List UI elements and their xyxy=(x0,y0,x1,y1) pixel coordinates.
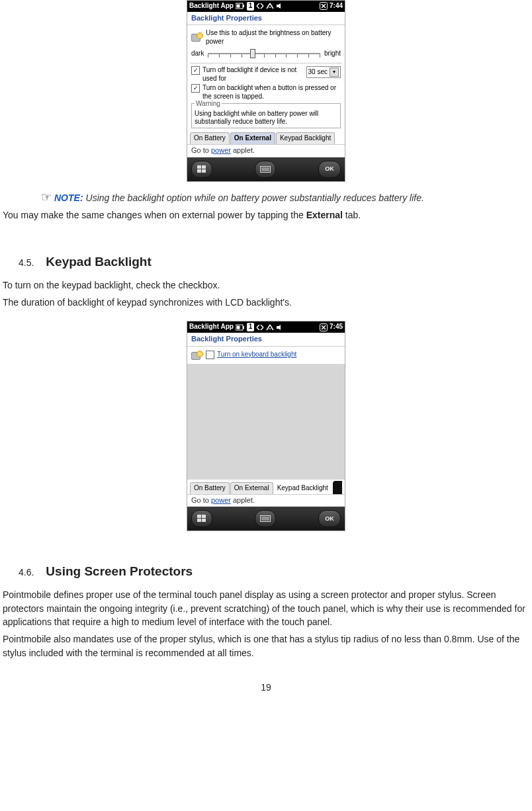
volume-icon xyxy=(276,324,283,331)
start-button[interactable] xyxy=(191,510,212,527)
svg-rect-23 xyxy=(202,519,206,522)
page-number: 19 xyxy=(3,682,529,693)
status-app-name: Backlight App xyxy=(189,2,234,11)
keyboard-button[interactable] xyxy=(255,161,276,178)
warning-text: Using backlight while on battery power w… xyxy=(195,110,337,126)
sec46-para1: Pointmobile defines proper use of the te… xyxy=(3,588,529,628)
timeout-value: 30 sec xyxy=(308,68,328,77)
status-time: 7:45 xyxy=(330,323,343,331)
svg-rect-7 xyxy=(202,165,206,169)
status-app-name: Backlight App xyxy=(189,323,234,331)
ok-button[interactable]: OK xyxy=(318,161,341,178)
tab-on-external[interactable]: On External xyxy=(230,482,273,494)
timeout-label: Turn off backlight if device is not used… xyxy=(202,66,304,83)
status-bar: Backlight App 1 7:45 xyxy=(187,321,345,333)
tab-bar: On Battery On External Keypad Backlight xyxy=(187,480,345,495)
window-title: Backlight Properties xyxy=(187,12,345,26)
section-4-5-heading: 4.5.Keypad Backlight xyxy=(19,255,529,269)
battery-icon xyxy=(236,3,245,9)
screenshot-backlight-properties: Backlight App 1 7:44 Backlight Propertie… xyxy=(187,0,345,182)
tap-label: Turn on backlight when a button is press… xyxy=(202,84,341,101)
svg-rect-15 xyxy=(243,326,244,329)
section-4-6-heading: 4.6.Using Screen Protectors xyxy=(19,564,529,579)
external-tab-para: You may make the same changes when on ex… xyxy=(3,208,529,222)
tab-on-battery[interactable]: On Battery xyxy=(190,132,230,144)
status-badge: 1 xyxy=(247,323,255,331)
note-label: NOTE: xyxy=(54,192,83,203)
window-title: Backlight Properties xyxy=(187,333,345,347)
warning-box: Warning Using backlight while on battery… xyxy=(191,103,341,128)
tab-bar: On Battery On External Keypad Backlight xyxy=(187,130,345,145)
signal-icon xyxy=(266,3,274,9)
svg-rect-16 xyxy=(236,325,240,329)
timeout-select[interactable]: 30 sec ▾ xyxy=(306,66,341,78)
keyboard-button[interactable] xyxy=(255,510,276,527)
start-button[interactable] xyxy=(191,161,212,178)
close-icon xyxy=(320,2,328,10)
keyboard-backlight-checkbox[interactable] xyxy=(206,351,214,359)
signal-icon xyxy=(266,324,274,331)
slider-label-dark: dark xyxy=(191,50,204,58)
svg-rect-6 xyxy=(197,165,201,169)
svg-marker-4 xyxy=(277,3,281,9)
windows-icon xyxy=(197,165,206,173)
power-link[interactable]: power xyxy=(211,146,231,154)
note-line: ☞ NOTE: Using the backlight option while… xyxy=(41,190,529,204)
windows-icon xyxy=(197,515,206,523)
close-icon xyxy=(320,323,328,331)
status-badge: 1 xyxy=(247,2,255,11)
note-text: Using the backlight option while on batt… xyxy=(86,192,424,203)
goto-line: Go to power applet. xyxy=(187,145,345,157)
svg-rect-2 xyxy=(236,5,240,8)
sec45-para1: To turn on the keypad backlight, check t… xyxy=(3,278,529,292)
slider-label-bright: bright xyxy=(324,50,341,58)
ok-button[interactable]: OK xyxy=(318,510,341,527)
goto-line: Go to power applet. xyxy=(187,495,345,507)
svg-rect-8 xyxy=(197,169,201,173)
empty-body xyxy=(187,364,345,480)
brightness-desc: Use this to adjust the brightness on bat… xyxy=(206,29,341,46)
status-time: 7:44 xyxy=(330,2,343,11)
brightness-icon xyxy=(191,32,203,43)
sync-icon xyxy=(256,3,264,9)
screenshot-keypad-backlight: Backlight App 1 7:45 Backlight Propertie… xyxy=(187,321,345,531)
timeout-checkbox[interactable]: ✓ xyxy=(191,66,200,75)
tab-on-external[interactable]: On External xyxy=(230,132,275,144)
svg-rect-20 xyxy=(197,515,201,518)
keyboard-backlight-label: Turn on keyboard backlight xyxy=(217,351,341,359)
sec46-para2: Pointmobile also mandates use of the pro… xyxy=(3,632,529,660)
brightness-icon xyxy=(191,351,203,361)
warning-legend: Warning xyxy=(195,100,222,108)
svg-rect-22 xyxy=(197,519,201,522)
tab-keypad-backlight[interactable]: Keypad Backlight xyxy=(274,483,332,494)
svg-rect-9 xyxy=(202,169,206,173)
soft-key-bar: OK xyxy=(187,507,345,531)
power-link[interactable]: power xyxy=(211,496,231,504)
tab-keypad-backlight[interactable]: Keypad Backlight xyxy=(276,132,335,144)
keyboard-icon xyxy=(260,166,271,173)
svg-rect-21 xyxy=(202,515,206,518)
tab-on-battery[interactable]: On Battery xyxy=(190,482,230,494)
brightness-slider[interactable] xyxy=(206,47,322,60)
keyboard-icon xyxy=(260,515,271,522)
volume-icon xyxy=(276,3,283,9)
tab-corner xyxy=(333,481,342,494)
sync-icon xyxy=(256,324,264,331)
tap-checkbox[interactable]: ✓ xyxy=(191,84,200,93)
pointing-hand-icon: ☞ xyxy=(41,190,52,204)
chevron-down-icon: ▾ xyxy=(330,67,339,77)
svg-marker-18 xyxy=(277,325,281,330)
svg-rect-1 xyxy=(243,5,244,7)
status-bar: Backlight App 1 7:44 xyxy=(187,1,345,12)
soft-key-bar: OK xyxy=(187,157,345,181)
sec45-para2: The duration of backlight of keypad sync… xyxy=(3,296,529,309)
battery-icon xyxy=(236,324,245,331)
